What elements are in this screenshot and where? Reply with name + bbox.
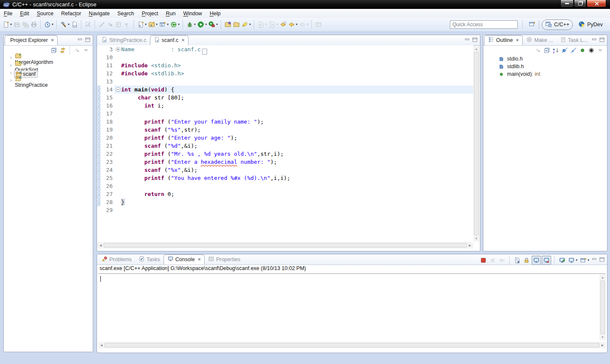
outline-item-stdio-h[interactable]: stdio.h [483,55,607,63]
code-text[interactable]: printf ("You have entered %#x (%d).\n",i… [121,174,473,182]
outline-item-main-void-[interactable]: main(void) : int [483,70,607,78]
dropdown-arrow-icon[interactable]: ▾ [194,23,196,26]
code-text[interactable]: scanf ("%x",&i); [121,166,473,174]
clear-console-button[interactable] [513,256,521,265]
tab-outline[interactable]: Outline✕ [484,35,523,45]
code-line-25[interactable]: 25 printf ("You have entered %#x (%d).\n… [97,174,473,182]
line-number[interactable]: 24 [100,166,114,174]
menu-window[interactable]: Window [179,10,205,17]
line-number[interactable]: 18 [100,118,114,126]
focus-dots-button[interactable] [534,46,542,55]
binary-button[interactable]: 010 [70,20,79,29]
tab-task-l-[interactable]: Task L... [557,35,591,45]
console-hscrollbar[interactable]: ◀▶ [98,342,606,348]
line-number[interactable]: 25 [100,174,114,182]
close-tab-icon[interactable]: ✕ [51,38,54,42]
scroll-left-button[interactable]: ◀ [98,342,105,348]
forward-button[interactable]: ▾ [298,20,309,29]
code-text[interactable]: } [121,198,473,206]
dropdown-arrow-icon[interactable]: ▾ [576,259,577,262]
dropdown-arrow-icon[interactable]: ▾ [265,23,267,26]
code-text[interactable] [121,53,473,61]
console-vscrollbar[interactable]: ▲▼ [599,274,606,340]
scrollbar-thumb[interactable] [474,52,479,235]
code-line-16[interactable]: 16 int i; [97,102,473,110]
restore-button[interactable] [574,0,586,7]
code-text[interactable]: printf ("Enter your age: "); [121,134,473,142]
line-number[interactable]: 11 [100,61,114,69]
menu-file[interactable]: File [0,10,16,17]
remove-x-button[interactable] [488,256,497,265]
public-dot-button[interactable] [578,46,587,55]
code-line-26[interactable]: 26 [97,182,473,190]
close-tab-icon[interactable]: ✕ [198,257,201,262]
dropdown-arrow-icon[interactable]: ▾ [156,23,158,26]
code-text[interactable] [121,206,473,214]
code-line-12[interactable]: 12#include <stdlib.h> [97,69,473,77]
tab-properties[interactable]: Properties [205,254,244,265]
code-text[interactable]: printf ("Mr. %s , %d years old.\n",str,i… [121,150,473,158]
menu-source[interactable]: Source [33,10,58,17]
new-c-folder-button[interactable]: c▾ [147,20,158,29]
code-line-19[interactable]: 19 scanf ("%s",str); [97,126,473,134]
line-number[interactable]: 27 [100,190,114,198]
hammer-button[interactable]: ▾ [59,20,70,29]
dropdown-arrow-icon[interactable]: ▾ [68,23,69,26]
menu-help[interactable]: Help [206,10,225,17]
outline-item-stdlib-h[interactable]: stdlib.h [483,63,607,70]
breadcrumb-button[interactable] [314,20,323,29]
view-menu-button[interactable] [82,46,90,55]
code-text[interactable]: #include <stdio.h> [121,61,473,69]
open-resource-button[interactable] [232,20,241,29]
scroll-right-button[interactable]: ▶ [599,342,606,348]
menu-project[interactable]: Project [138,10,162,17]
open-console-button[interactable]: ▾ [579,256,590,265]
debug-button[interactable]: ▾ [186,20,197,29]
code-line-11[interactable]: 11#include <stdio.h> [97,61,473,69]
line-number[interactable]: 10 [100,53,114,61]
tab-console[interactable]: Console✕ [164,254,205,265]
code-line-17[interactable]: 17 [97,110,473,118]
code-line-29[interactable]: 29 [97,206,473,214]
code-line-24[interactable]: 24 scanf ("%x",&i); [97,166,473,174]
timer-button[interactable]: ▾ [43,20,54,29]
dropdown-arrow-icon[interactable]: ▾ [296,23,297,26]
display-console-button[interactable]: ▾ [567,256,578,265]
menu-edit[interactable]: Edit [16,10,33,17]
hide-field-button[interactable] [560,46,569,55]
code-text[interactable] [121,110,473,118]
scroll-left-button[interactable]: ◀ [97,242,104,248]
tab-scanf-c[interactable]: .cscanf.c✕ [150,35,189,45]
save-button[interactable] [13,20,21,29]
annot-prev-button[interactable]: ▾ [257,20,268,29]
dropdown-arrow-icon[interactable]: ▾ [178,23,180,26]
link-editor-button[interactable] [58,46,67,55]
title-bar[interactable]: C/C++ - scanf/src/scanf.c - Eclipse [0,0,610,9]
code-line-3[interactable]: 3+Name : scanf.c.. [97,45,473,53]
code-text[interactable] [121,182,473,190]
show-stderr-button[interactable] [542,256,551,265]
line-number[interactable]: 19 [100,126,114,134]
quick-access-input[interactable] [450,20,518,29]
new-c-file-button[interactable]: c▾ [136,20,147,29]
annot-next-button[interactable]: ▾ [268,20,279,29]
pilcrow-button[interactable]: ¶ [123,20,131,29]
fold-column[interactable]: − [114,85,121,94]
stop-button[interactable] [479,256,488,265]
code-line-14[interactable]: 14−int main(void) { [97,85,473,94]
menu-refactor[interactable]: Refactor [57,10,85,17]
dropdown-arrow-icon[interactable]: ▾ [307,23,308,26]
scroll-down-button[interactable]: ▼ [473,235,480,242]
expand-arrow-icon[interactable] [9,55,15,63]
line-number[interactable]: 3 [100,45,114,53]
scrollbar-thumb[interactable] [600,281,605,334]
code-line-23[interactable]: 23 printf ("Enter a hexadecimal number: … [97,158,473,166]
line-number[interactable]: 28 [100,198,114,206]
new-wizard-button[interactable]: ▾ [2,20,13,29]
dropdown-arrow-icon[interactable]: ▾ [276,23,278,26]
code-text[interactable] [121,77,473,85]
view-menu-button[interactable] [596,46,604,55]
line-number[interactable]: 23 [100,158,114,166]
collapse-all-button[interactable] [543,46,551,55]
line-number[interactable]: 13 [100,77,114,85]
